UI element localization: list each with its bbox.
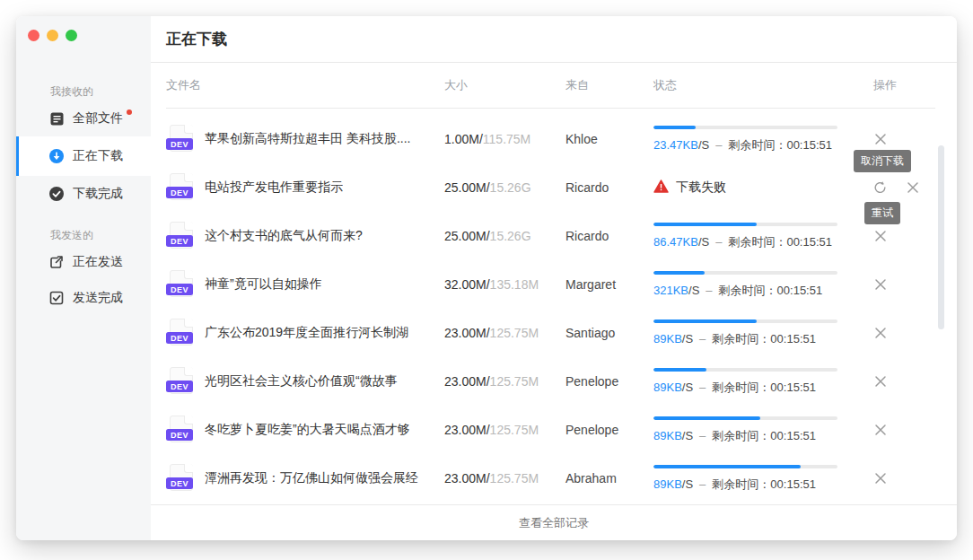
table-header: 文件名 大小 来自 状态 操作 bbox=[151, 63, 957, 108]
remaining-time: 剩余时间：00:15:51 bbox=[712, 332, 816, 346]
table-row[interactable]: DEV 电站投产发电作重要指示 25.00M/15.26G Ricardo 下载… bbox=[151, 163, 957, 212]
cancel-download-icon[interactable] bbox=[873, 472, 887, 486]
document-icon bbox=[49, 111, 64, 126]
unread-badge bbox=[127, 109, 132, 115]
cancel-download-icon[interactable] bbox=[873, 230, 887, 243]
progress-bar bbox=[653, 223, 837, 226]
sidebar-item-downloading[interactable]: 正在下载 bbox=[16, 136, 151, 176]
cancel-download-tooltip: 取消下载 bbox=[854, 150, 911, 172]
download-status: 321KB/S–剩余时间：00:15:51 bbox=[653, 271, 873, 299]
download-status: 89KB/S–剩余时间：00:15:51 bbox=[653, 416, 873, 444]
download-speed: 89KB bbox=[653, 332, 682, 346]
download-speed: 321KB bbox=[653, 284, 688, 297]
file-size: 23.00M/125.75M bbox=[444, 471, 565, 486]
progress-bar bbox=[653, 126, 837, 129]
table-row[interactable]: DEV 潭洲再发现：万亿佛山如何做强会展经 23.00M/125.75M Abr… bbox=[151, 454, 957, 503]
progress-bar bbox=[653, 416, 837, 420]
remaining-time: 剩余时间：00:15:51 bbox=[712, 429, 816, 442]
table-row[interactable]: DEV 光明区社会主义核心价值观“微故事 23.00M/125.75M Pene… bbox=[151, 357, 957, 406]
cancel-download-icon[interactable] bbox=[906, 181, 919, 195]
file-type-dev-icon: DEV bbox=[166, 125, 195, 153]
file-name: 神童”竟可以自如操作 bbox=[205, 276, 322, 293]
sidebar-item-label: 正在下载 bbox=[73, 148, 123, 164]
checkbox-check-icon bbox=[49, 291, 64, 305]
cancel-download-icon[interactable] bbox=[873, 375, 887, 389]
file-size: 23.00M/125.75M bbox=[444, 374, 565, 389]
download-status: 89KB/S–剩余时间：00:15:51 bbox=[653, 319, 873, 347]
sidebar-item-all-files[interactable]: 全部文件 bbox=[16, 101, 151, 136]
download-speed: 89KB bbox=[653, 381, 682, 394]
sidebar-item-label: 全部文件 bbox=[73, 110, 123, 127]
col-header-size: 大小 bbox=[444, 77, 565, 93]
minimize-window-button[interactable] bbox=[47, 30, 58, 41]
download-speed: 23.47KB bbox=[653, 138, 698, 152]
file-name: 苹果创新高特斯拉超丰田 美科技股.... bbox=[205, 131, 410, 147]
section-sent-label: 我发送的 bbox=[16, 226, 151, 244]
main-panel: 正在下载 文件名 大小 来自 状态 操作 DEV 苹果创新高特斯拉超丰田 美科技… bbox=[151, 16, 957, 540]
file-size: 1.00M/115.75M bbox=[444, 132, 565, 146]
file-sender: Penelope bbox=[565, 423, 653, 437]
file-name: 电站投产发电作重要指示 bbox=[205, 179, 343, 196]
file-type-dev-icon: DEV bbox=[166, 416, 195, 444]
remaining-time: 剩余时间：00:15:51 bbox=[728, 138, 832, 152]
page-title: 正在下载 bbox=[166, 29, 227, 49]
download-speed: 89KB bbox=[653, 429, 682, 442]
cancel-download-icon[interactable] bbox=[873, 133, 887, 146]
table-row[interactable]: DEV 广东公布2019年度全面推行河长制湖 23.00M/125.75M Sa… bbox=[151, 309, 957, 357]
download-status: 89KB/S–剩余时间：00:15:51 bbox=[653, 368, 873, 396]
download-speed: 86.47KB bbox=[653, 235, 698, 249]
file-sender: Ricardo bbox=[565, 180, 653, 195]
cancel-download-icon[interactable] bbox=[873, 327, 887, 340]
sidebar-item-sending[interactable]: 正在发送 bbox=[16, 244, 151, 280]
file-size: 25.00M/15.26G bbox=[444, 229, 565, 243]
file-sender: Abraham bbox=[565, 471, 653, 486]
file-size: 23.00M/125.75M bbox=[444, 326, 565, 340]
table-row[interactable]: DEV 苹果创新高特斯拉超丰田 美科技股.... 1.00M/115.75M K… bbox=[151, 115, 957, 163]
file-name: 广东公布2019年度全面推行河长制湖 bbox=[205, 325, 408, 341]
file-type-dev-icon: DEV bbox=[166, 173, 195, 202]
section-received-label: 我接收的 bbox=[16, 83, 151, 101]
file-type-dev-icon: DEV bbox=[166, 464, 195, 493]
file-type-dev-icon: DEV bbox=[166, 319, 195, 347]
vertical-scrollbar-thumb[interactable] bbox=[938, 145, 944, 329]
file-name: 潭洲再发现：万亿佛山如何做强会展经 bbox=[205, 470, 418, 486]
table-row[interactable]: DEV 这个村支书的底气从何而来? 25.00M/15.26G Ricardo … bbox=[151, 212, 957, 260]
progress-bar bbox=[653, 271, 837, 275]
view-all-records-link[interactable]: 查看全部记录 bbox=[151, 504, 957, 540]
zoom-window-button[interactable] bbox=[66, 30, 77, 41]
sidebar: 我接收的 全部文件 正在下载 下载完成 我发送的 bbox=[16, 16, 151, 540]
cancel-download-icon[interactable] bbox=[873, 424, 887, 437]
download-circle-icon bbox=[49, 149, 64, 163]
download-status: 89KB/S–剩余时间：00:15:51 bbox=[653, 465, 873, 493]
file-name: 冬吃萝卜夏吃姜”的大暑天喝点酒才够 bbox=[205, 422, 410, 438]
download-status: 86.47KB/S–剩余时间：00:15:51 bbox=[653, 223, 873, 250]
progress-bar bbox=[653, 368, 837, 372]
sidebar-nav: 我接收的 全部文件 正在下载 下载完成 我发送的 bbox=[16, 16, 151, 316]
table-row[interactable]: DEV 神童”竟可以自如操作 32.00M/135.18M Margaret 3… bbox=[151, 260, 957, 309]
progress-bar bbox=[653, 465, 837, 468]
sidebar-item-send-done[interactable]: 发送完成 bbox=[16, 280, 151, 316]
file-sender: Khloe bbox=[565, 132, 653, 146]
window-controls bbox=[28, 30, 77, 41]
download-status: 23.47KB/S–剩余时间：00:15:51 bbox=[653, 126, 873, 153]
file-sender: Santiago bbox=[565, 326, 653, 340]
app-window: 我接收的 全部文件 正在下载 下载完成 我发送的 bbox=[16, 16, 957, 540]
cancel-download-icon[interactable] bbox=[873, 278, 887, 292]
page-header: 正在下载 bbox=[151, 16, 957, 63]
download-speed: 89KB bbox=[653, 477, 682, 491]
download-list: DEV 苹果创新高特斯拉超丰田 美科技股.... 1.00M/115.75M K… bbox=[151, 109, 957, 504]
remaining-time: 剩余时间：00:15:51 bbox=[712, 381, 816, 394]
remaining-time: 剩余时间：00:15:51 bbox=[728, 235, 832, 249]
file-sender: Ricardo bbox=[565, 229, 653, 243]
file-type-dev-icon: DEV bbox=[166, 367, 195, 396]
sidebar-item-label: 正在发送 bbox=[73, 254, 123, 270]
check-circle-icon bbox=[49, 187, 64, 201]
file-size: 23.00M/125.75M bbox=[444, 423, 565, 437]
retry-tooltip: 重试 bbox=[864, 202, 900, 224]
warning-icon bbox=[653, 179, 669, 196]
download-status: 下载失败 bbox=[653, 179, 873, 196]
retry-download-icon[interactable] bbox=[873, 181, 887, 195]
table-row[interactable]: DEV 冬吃萝卜夏吃姜”的大暑天喝点酒才够 23.00M/125.75M Pen… bbox=[151, 406, 957, 454]
sidebar-item-download-done[interactable]: 下载完成 bbox=[16, 176, 151, 212]
close-window-button[interactable] bbox=[28, 30, 39, 41]
